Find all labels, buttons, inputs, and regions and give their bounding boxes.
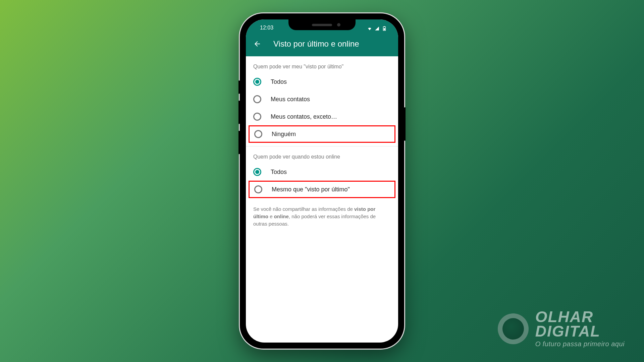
brand-tagline: O futuro passa primeiro aqui [535,340,625,348]
phone-power-button [404,107,406,141]
wifi-icon [367,26,373,31]
phone-volume-up [238,101,240,124]
page-title: Visto por último e online [273,39,359,49]
brand-name-1: OLHAR [535,310,625,324]
brand-orb-icon [498,313,529,344]
back-icon[interactable] [253,40,261,48]
svg-rect-1 [384,26,385,27]
radio-label: Mesmo que "visto por último" [272,186,350,193]
radio-label: Todos [271,169,287,176]
radio-label: Todos [271,78,287,85]
phone-notch [288,19,356,30]
svg-rect-2 [384,28,385,30]
radio-icon [254,185,262,193]
phone-frame: 12:03 Visto por último e online Quem pod… [240,13,404,349]
status-icons [367,26,389,31]
radio-icon [253,113,261,121]
radio-last-seen-everyone[interactable]: Todos [246,73,398,90]
radio-icon [253,168,261,176]
radio-online-everyone[interactable]: Todos [246,163,398,181]
status-time: 12:03 [255,25,273,31]
radio-icon [253,95,261,103]
radio-online-same-as-last-seen[interactable]: Mesmo que "visto por último" [249,181,395,198]
radio-last-seen-contacts[interactable]: Meus contatos [246,90,398,108]
signal-icon [374,26,380,31]
brand-watermark: OLHAR DIGITAL O futuro passa primeiro aq… [498,310,625,348]
radio-label: Ninguém [272,131,296,138]
app-bar: Visto por último e online [246,32,398,56]
phone-mute-switch [238,80,240,94]
radio-label: Meus contatos, exceto… [271,113,337,120]
help-text: Se você não compartilhar as informações … [246,198,398,231]
section-title-online: Quem pode ver quando estou online [246,146,398,163]
battery-icon [381,26,387,31]
radio-last-seen-nobody[interactable]: Ninguém [249,125,395,143]
phone-screen: 12:03 Visto por último e online Quem pod… [246,19,398,343]
radio-last-seen-contacts-except[interactable]: Meus contatos, exceto… [246,108,398,125]
radio-icon [254,130,262,138]
radio-label: Meus contatos [271,96,310,103]
phone-volume-down [238,131,240,154]
content-area: Quem pode ver meu "visto por último" Tod… [246,56,398,231]
section-title-last-seen: Quem pode ver meu "visto por último" [246,56,398,73]
radio-icon [253,78,261,86]
brand-name-2: DIGITAL [535,324,625,339]
